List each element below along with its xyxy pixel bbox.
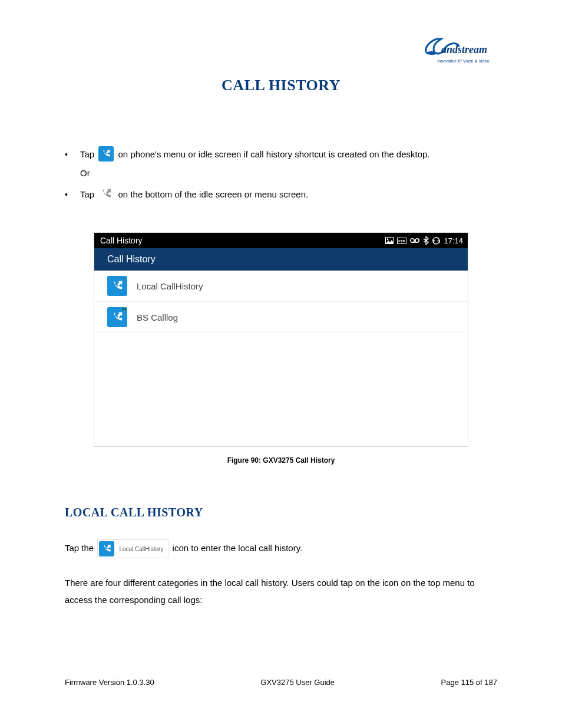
thumbnail-label: Local CallHistory	[119, 543, 163, 555]
call-history-icon	[107, 276, 127, 296]
list-item: • Tap on phone's menu or idle screen if …	[65, 147, 497, 163]
bx-badge: BX	[122, 307, 127, 311]
call-history-shortcut-icon	[98, 146, 114, 162]
brand-tagline: Innovative IP Voice & Video	[424, 59, 503, 63]
sync-icon	[432, 237, 440, 245]
status-bar-time: 17:14	[444, 236, 463, 245]
status-bar: Call History FTP 17:14	[94, 233, 468, 248]
document-page: andstream Innovative IP Voice & Video CA…	[0, 0, 562, 728]
list-item-local-callhistory[interactable]: Local CallHistory	[94, 271, 468, 302]
figure-caption: Figure 90: GXV3275 Call History	[65, 456, 497, 465]
section-heading: LOCAL CALL HISTORY	[65, 506, 497, 519]
svg-text:FTP: FTP	[399, 239, 405, 243]
svg-point-0	[426, 51, 438, 55]
footer-firmware-version: Firmware Version 1.0.3.30	[65, 678, 154, 687]
grandstream-logo-icon: andstream	[424, 32, 503, 58]
text: icon to enter the local call history.	[173, 543, 303, 553]
embedded-phone-screenshot: Call History FTP 17:14 Call History Loca…	[94, 232, 468, 447]
list-item-label: BS Calllog	[137, 312, 178, 322]
svg-point-3	[387, 239, 389, 241]
image-icon	[385, 237, 394, 244]
call-history-bx-icon: BX	[107, 307, 127, 327]
text: Tap the	[65, 543, 94, 553]
list-item-label: Local CallHistory	[137, 281, 203, 291]
brand-logo: andstream Innovative IP Voice & Video	[424, 32, 503, 63]
page-title: CALL HISTORY	[65, 77, 497, 94]
footer-page-number: Page 115 of 187	[441, 678, 497, 687]
text: Tap	[80, 189, 94, 199]
section-body: Tap the Local CallHistory icon to enter …	[65, 539, 497, 608]
call-history-icon	[99, 541, 114, 556]
footer-doc-title: GXV3275 User Guide	[260, 678, 335, 687]
text: on phone's menu or idle screen if call h…	[118, 149, 430, 159]
text: on the bottom of the idle screen or menu…	[118, 189, 309, 199]
bullet-icon: •	[65, 188, 80, 201]
list-item-bs-calllog[interactable]: BX BS Calllog	[94, 302, 468, 333]
bullet-icon: •	[65, 148, 80, 161]
voicemail-icon	[410, 238, 419, 243]
bluetooth-icon	[423, 236, 429, 245]
instruction-list: • Tap on phone's menu or idle screen if …	[65, 147, 497, 203]
status-bar-title: Call History	[100, 236, 143, 245]
ftp-icon: FTP	[397, 238, 406, 244]
app-header: Call History	[94, 248, 468, 271]
text: Tap	[80, 149, 94, 159]
paragraph: There are four different categories in t…	[65, 575, 497, 608]
status-bar-icons: FTP 17:14	[385, 236, 463, 245]
text: Or	[80, 166, 497, 180]
local-callhistory-button-thumbnail: Local CallHistory	[97, 539, 168, 558]
list-item: • Tap on the bottom of the idle screen o…	[65, 187, 497, 203]
svg-text:andstream: andstream	[441, 44, 487, 55]
page-footer: Firmware Version 1.0.3.30 GXV3275 User G…	[65, 678, 497, 687]
call-history-menu-icon	[98, 186, 114, 202]
